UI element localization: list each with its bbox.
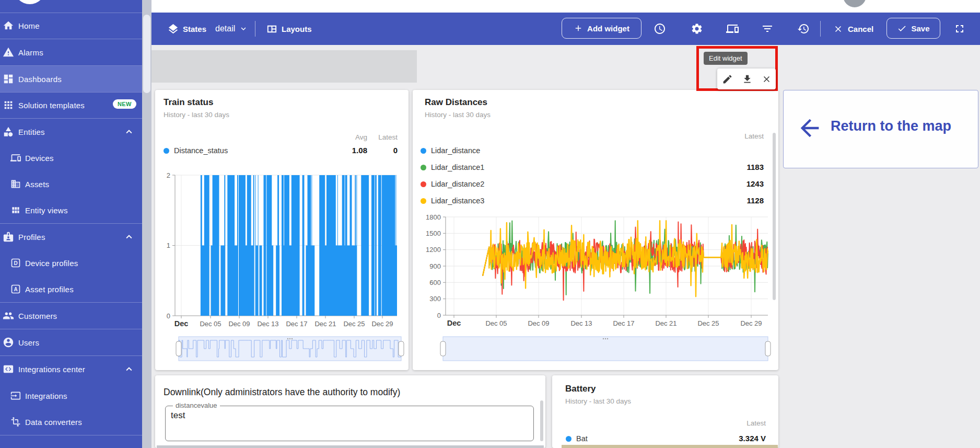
check-icon	[897, 24, 907, 33]
svg-text:Dec: Dec	[447, 319, 461, 327]
alarm-triangle-icon	[3, 47, 14, 58]
users-icon	[3, 337, 14, 348]
sidebar-item-dashboards[interactable]: Dashboards	[0, 66, 142, 92]
svg-text:2: 2	[167, 171, 170, 179]
entities-icon	[3, 126, 14, 137]
sidebar-item-integrations[interactable]: Integrations	[0, 383, 142, 409]
version-history-icon[interactable]	[797, 22, 810, 35]
sidebar-item-users[interactable]: Users	[0, 329, 142, 355]
sidebar-scrollbar[interactable]	[142, 0, 151, 448]
svg-text:1800: 1800	[426, 213, 441, 221]
states-selector[interactable]: States detail	[167, 13, 248, 45]
chevron-up-icon[interactable]	[123, 363, 135, 375]
widget-title: Downlink(Only administrators have the au…	[164, 387, 400, 398]
sidebar-item-label: Dashboards	[18, 75, 62, 84]
cancel-button[interactable]: Cancel	[833, 13, 873, 45]
layouts-label: Layouts	[282, 25, 312, 33]
fullscreen-icon[interactable]	[953, 22, 966, 35]
chevron-down-icon	[239, 24, 248, 33]
sidebar-item-label: Home	[18, 21, 40, 30]
customers-icon	[3, 310, 14, 321]
sidebar-item-label: Integrations center	[18, 365, 85, 374]
entity-aliases-icon[interactable]	[726, 22, 739, 35]
widget-placeholder	[151, 50, 417, 83]
logo	[14, 0, 45, 4]
timewindow-clock-icon[interactable]	[654, 22, 666, 35]
layers-icon	[167, 23, 179, 35]
sidebar-item-customers[interactable]: Customers	[0, 303, 142, 329]
widget-scrollbar[interactable]	[540, 400, 543, 441]
train-status-chart[interactable]: 210DecDec 05Dec 09Dec 13Dec 17Dec 21Dec …	[155, 90, 409, 370]
save-button[interactable]: Save	[886, 18, 940, 39]
sidebar-item-label: Alarms	[18, 48, 43, 57]
distancevalue-input[interactable]: test	[170, 409, 527, 439]
svg-text:A: A	[14, 286, 17, 292]
svg-text:Dec 09: Dec 09	[528, 319, 549, 327]
device-profiles-icon: D	[10, 258, 21, 268]
svg-text:Dec 05: Dec 05	[200, 320, 221, 328]
sidebar-item-home[interactable]: Home	[0, 13, 142, 39]
svg-text:Dec 21: Dec 21	[655, 319, 676, 327]
sidebar-item-integrations-center[interactable]: Integrations center	[0, 356, 142, 382]
sidebar-item-label: Solution templates	[18, 101, 85, 110]
sidebar-item-profiles[interactable]: Profiles	[0, 224, 142, 250]
svg-text:Dec 25: Dec 25	[697, 319, 719, 327]
sidebar-item-device-profiles[interactable]: DDevice profiles	[0, 250, 142, 276]
sidebar-item-data-converters[interactable]: Data converters	[0, 409, 142, 435]
new-badge: NEW	[113, 99, 136, 109]
asset-profiles-icon: A	[10, 284, 21, 294]
sidebar-item-alarms[interactable]: Alarms	[0, 39, 142, 65]
sidebar-item-label: Asset profiles	[25, 285, 74, 294]
battery-widget: Battery History - last 30 days Latest Ba…	[552, 375, 778, 448]
filters-icon[interactable]	[761, 22, 774, 35]
devices-icon	[10, 153, 21, 163]
return-to-map-button[interactable]: Return to the map	[783, 90, 978, 168]
chevron-up-icon[interactable]	[123, 126, 135, 137]
sidebar-item-label: Entity views	[25, 206, 68, 215]
scrollbar-thumb[interactable]	[143, 15, 150, 93]
svg-text:0: 0	[167, 312, 170, 320]
sidebar-item-asset-profiles[interactable]: AAsset profiles	[0, 276, 142, 302]
integrations-icon	[10, 390, 21, 401]
download-icon[interactable]	[742, 74, 753, 85]
svg-text:Dec 05: Dec 05	[485, 319, 507, 327]
save-label: Save	[911, 24, 929, 33]
legend-item[interactable]: Bat	[566, 434, 588, 443]
svg-text:1: 1	[167, 242, 170, 249]
svg-text:300: 300	[429, 295, 441, 303]
avatar[interactable]	[843, 0, 866, 7]
sidebar-item-label: Users	[18, 338, 39, 347]
return-to-map-label: Return to the map	[831, 118, 951, 134]
sidebar-item-entity-views[interactable]: Entity views	[0, 197, 142, 223]
sidebar-item-rule-chains[interactable]: Rule chains	[0, 443, 142, 448]
svg-text:Dec 13: Dec 13	[570, 319, 592, 327]
state-value: detail	[215, 24, 235, 33]
layouts-icon	[266, 23, 278, 35]
svg-text:Dec 17: Dec 17	[286, 320, 307, 328]
add-widget-button[interactable]: Add widget	[562, 18, 641, 39]
edit-widget-tooltip: Edit widget	[704, 52, 748, 65]
svg-text:Dec 13: Dec 13	[257, 320, 278, 328]
sidebar-item-entities[interactable]: Entities	[0, 119, 142, 145]
widget-bottom-scrollbar[interactable]	[157, 445, 544, 448]
layouts-button[interactable]: Layouts	[266, 13, 312, 45]
sidebar-item-devices[interactable]: Devices	[0, 145, 142, 171]
legend-dot	[566, 436, 571, 442]
sidebar-item-assets[interactable]: Assets	[0, 171, 142, 197]
arrow-left-icon	[796, 114, 823, 142]
edit-pencil-icon[interactable]	[722, 74, 733, 85]
sidebar-item-solution-templates[interactable]: Solution templatesNEW	[0, 92, 142, 118]
legend-col-latest: Latest	[746, 419, 766, 427]
sidebar-item-label: Assets	[25, 180, 49, 189]
legend-latest-value: 3.324 V	[739, 434, 766, 443]
settings-gear-icon[interactable]	[691, 22, 703, 35]
train-status-widget: Train status History - last 30 days Avg …	[155, 90, 409, 370]
chevron-up-icon[interactable]	[123, 231, 135, 243]
data-converters-icon	[10, 417, 21, 427]
close-icon[interactable]	[762, 74, 772, 84]
assets-icon	[10, 179, 21, 189]
sidebar-item-label: Integrations	[25, 392, 67, 400]
svg-text:1500: 1500	[426, 229, 441, 237]
raw-distances-chart[interactable]: 1800150012009006003000DecDec 05Dec 09Dec…	[413, 90, 778, 370]
field-label: distancevalue	[173, 401, 220, 409]
